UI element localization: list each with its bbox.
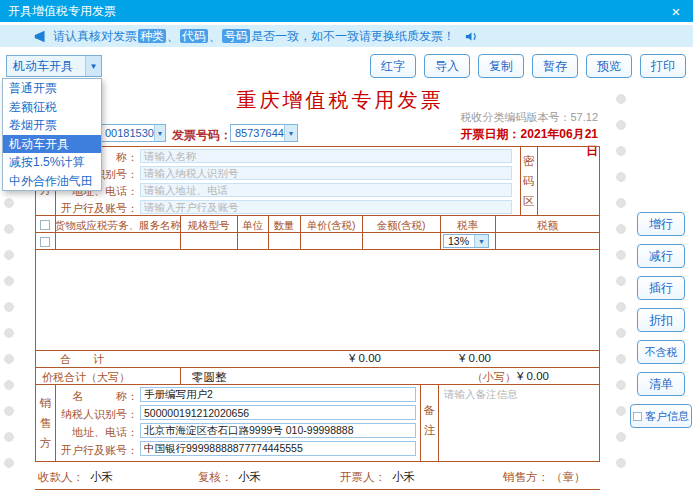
chevron-down-icon: ▼ — [154, 125, 165, 141]
divider — [420, 384, 421, 462]
seller-address-input[interactable] — [140, 423, 416, 438]
buyer-taxid-input[interactable] — [140, 166, 512, 180]
amount-small-value: ¥ 0.00 — [517, 370, 549, 382]
divider — [35, 489, 600, 490]
divider — [35, 367, 600, 368]
divider — [537, 146, 538, 215]
dropdown-item-differential-tax[interactable]: 差额征税 — [3, 98, 101, 117]
col-header-tax: 税额 — [495, 219, 600, 233]
tax-exclusive-button[interactable]: 不含税 — [637, 340, 685, 364]
chevron-down-icon: ▼ — [474, 235, 488, 247]
row-checkbox[interactable] — [40, 237, 50, 247]
close-icon[interactable]: × — [667, 3, 685, 20]
customer-info-label: 客户信息 — [645, 409, 689, 424]
invoice-number-value: 85737644 — [231, 127, 284, 139]
invoice-number-select[interactable]: 85737644 ▼ — [230, 124, 298, 142]
divider — [520, 146, 521, 215]
password-area-label: 密码区 — [522, 151, 535, 211]
invoice-title: 重庆增值税专用发票 — [195, 87, 485, 114]
notice-suffix: 是否一致，如不一致请更换纸质发票！ — [251, 29, 455, 43]
seller-seal-value: （章） — [551, 470, 586, 485]
customer-info-checkbox[interactable] — [633, 412, 642, 421]
window-title: 开具增值税专用发票 — [8, 3, 116, 20]
divider — [35, 249, 600, 250]
tax-rate-select[interactable]: 13% ▼ — [443, 234, 489, 248]
col-header-price: 单价(含税) — [300, 219, 362, 233]
dropdown-item-normal-invoice[interactable]: 普通开票 — [3, 79, 101, 98]
total-row-label: 合 计 — [60, 352, 104, 367]
insert-row-button[interactable]: 插行 — [637, 276, 685, 300]
import-button[interactable]: 导入 — [424, 54, 470, 78]
buyer-bank-label: 开户行及账号： — [56, 201, 138, 216]
invoice-number-label: 发票号码： — [172, 127, 232, 144]
chevron-down-icon: ▼ — [284, 125, 297, 141]
list-button[interactable]: 清单 — [637, 372, 685, 396]
col-header-taxrate: 税率 — [440, 219, 495, 233]
invoice-code-select[interactable]: 00181530 ▼ — [100, 124, 166, 142]
remark-input[interactable] — [444, 388, 596, 458]
dropdown-item-motor-vehicle[interactable]: 机动车开具 — [3, 135, 101, 154]
add-row-button[interactable]: 增行 — [637, 212, 685, 236]
red-invoice-button[interactable]: 红字 — [370, 54, 416, 78]
drawer-label: 开票人： — [340, 470, 386, 485]
total-amount: ¥ 0.00 — [330, 352, 400, 364]
customer-info-button[interactable]: 客户信息 — [630, 404, 692, 428]
select-all-checkbox[interactable] — [40, 220, 50, 230]
checker-label: 复核： — [198, 470, 233, 485]
notice-highlight-number: 号码 — [222, 29, 250, 43]
buyer-address-input[interactable] — [140, 183, 512, 197]
seller-taxid-label: 纳税人识别号： — [56, 407, 138, 422]
seller-name-input[interactable] — [140, 387, 416, 402]
amount-words-label: 价税合计（大写） — [42, 370, 130, 385]
seller-name-label: 名 称： — [56, 389, 138, 404]
remove-row-button[interactable]: 减行 — [637, 244, 685, 268]
invoice-window: 开具增值税专用发票 × 请认真核对发票种类、代码、号码是否一致，如不一致请更换纸… — [0, 0, 693, 493]
notice-text: 请认真核对发票种类、代码、号码是否一致，如不一致请更换纸质发票！ — [53, 28, 455, 45]
divider — [180, 367, 181, 384]
divider — [438, 384, 439, 462]
notice-highlight-type: 种类 — [138, 29, 166, 43]
payee-value: 小禾 — [90, 470, 113, 485]
drawer-value: 小禾 — [392, 470, 415, 485]
payee-label: 收款人： — [38, 470, 84, 485]
dropdown-item-oil-gas-field[interactable]: 中外合作油气田 — [3, 172, 101, 191]
dropdown-item-reduced-rate[interactable]: 减按1.5%计算 — [3, 153, 101, 172]
col-header-unit: 单位 — [237, 219, 268, 233]
notice-highlight-code: 代码 — [180, 29, 208, 43]
notice-prefix: 请认真核对发票 — [53, 29, 137, 43]
amount-words: 零圆整 — [192, 370, 227, 385]
seller-side-label: 销售方 — [39, 393, 52, 453]
copy-button[interactable]: 复制 — [478, 54, 524, 78]
dropdown-item-cigarette[interactable]: 卷烟开票 — [3, 116, 101, 135]
invoice-mode-value: 机动车开具 — [7, 58, 73, 75]
col-header-spec: 规格型号 — [180, 219, 237, 233]
seller-bank-input[interactable] — [140, 441, 416, 456]
mode-dropdown-list: 普通开票 差额征税 卷烟开票 机动车开具 减按1.5%计算 中外合作油气田 — [2, 78, 102, 191]
chevron-down-icon: ▼ — [85, 56, 101, 76]
col-header-name: 货物或应税劳务、服务名称 — [55, 219, 180, 233]
col-header-amount: 金额(含税) — [362, 219, 440, 233]
seller-taxid-input[interactable] — [140, 405, 416, 420]
total-tax: ¥ 0.00 — [440, 352, 510, 364]
speaker-icon[interactable] — [465, 30, 478, 43]
discount-button[interactable]: 折扣 — [637, 308, 685, 332]
buyer-bank-input[interactable] — [140, 200, 512, 214]
tax-rate-value: 13% — [444, 235, 469, 247]
remark-label: 备注 — [423, 400, 436, 440]
buyer-name-input[interactable] — [140, 149, 512, 163]
seller-seal-label: 销售方： — [503, 470, 549, 485]
notice-sep2: 、 — [209, 29, 221, 43]
titlebar: 开具增值税专用发票 × — [0, 0, 693, 22]
temp-save-button[interactable]: 暂存 — [532, 54, 578, 78]
amount-small-label: （小写） — [472, 370, 516, 385]
tax-code-version-label: 税收分类编码版本号：57.12 — [450, 110, 598, 125]
invoice-mode-select[interactable]: 机动车开具 ▼ — [6, 55, 102, 77]
checker-value: 小禾 — [238, 470, 261, 485]
notice-sep1: 、 — [167, 29, 179, 43]
invoice-code-value: 00181530 — [101, 127, 154, 139]
divider — [35, 350, 600, 351]
megaphone-icon — [34, 30, 47, 43]
preview-button[interactable]: 预览 — [586, 54, 632, 78]
notice-bar: 请认真核对发票种类、代码、号码是否一致，如不一致请更换纸质发票！ — [0, 25, 693, 47]
print-button[interactable]: 打印 — [640, 54, 686, 78]
